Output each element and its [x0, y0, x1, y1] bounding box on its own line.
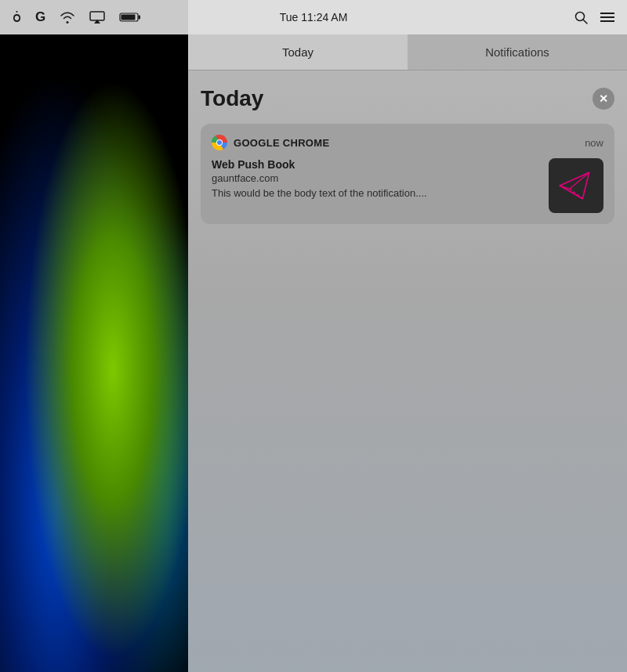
notification-image [549, 158, 603, 213]
svg-rect-0 [90, 12, 104, 20]
menubar-right-icons [574, 11, 614, 24]
notification-message: This would be the body text of the notif… [212, 186, 541, 201]
tab-bar: Today Notifications [188, 34, 627, 70]
notification-app-name: GOOGLE CHROME [234, 137, 329, 149]
notification-time: now [585, 137, 603, 149]
menubar: ȯ G Tue 11:24 AM [0, 0, 627, 34]
battery-icon[interactable] [119, 12, 141, 23]
svg-point-11 [217, 140, 222, 145]
g-icon[interactable]: G [35, 9, 45, 25]
menu-icon[interactable] [600, 12, 614, 23]
menubar-clock: Tue 11:24 AM [280, 11, 348, 23]
tab-notifications-label: Notifications [485, 45, 549, 59]
chrome-logo-icon [212, 135, 227, 150]
notification-header: GOOGLE CHROME now [212, 135, 603, 150]
paper-plane-icon [556, 166, 596, 205]
svg-rect-2 [139, 16, 141, 20]
airplay-icon[interactable] [89, 11, 105, 23]
close-icon: ✕ [599, 93, 608, 104]
wifi-icon[interactable] [60, 11, 75, 23]
notification-source: GOOGLE CHROME [212, 135, 329, 150]
close-button[interactable]: ✕ [593, 88, 614, 110]
notification-body: Web Push Book gauntface.com This would b… [212, 158, 603, 213]
tab-today[interactable]: Today [188, 34, 408, 70]
notification-panel: Today Notifications Today ✕ [188, 34, 627, 672]
panel-content: Today ✕ GOOGLE CH [188, 70, 627, 240]
search-icon[interactable] [574, 11, 588, 24]
notification-card: GOOGLE CHROME now Web Push Book gauntfac… [201, 124, 614, 224]
tab-today-label: Today [282, 45, 314, 59]
desktop-wallpaper [0, 0, 188, 672]
notification-site: gauntface.com [212, 172, 541, 184]
fork-icon[interactable]: ȯ [13, 9, 21, 26]
svg-rect-3 [121, 15, 136, 20]
tab-notifications[interactable]: Notifications [408, 34, 627, 70]
notification-title: Web Push Book [212, 158, 541, 171]
panel-title: Today [201, 86, 263, 111]
svg-line-13 [570, 189, 583, 199]
wallpaper-gradient [0, 0, 188, 672]
notification-text: Web Push Book gauntface.com This would b… [212, 158, 541, 201]
svg-line-5 [583, 20, 587, 23]
panel-title-row: Today ✕ [201, 86, 614, 111]
